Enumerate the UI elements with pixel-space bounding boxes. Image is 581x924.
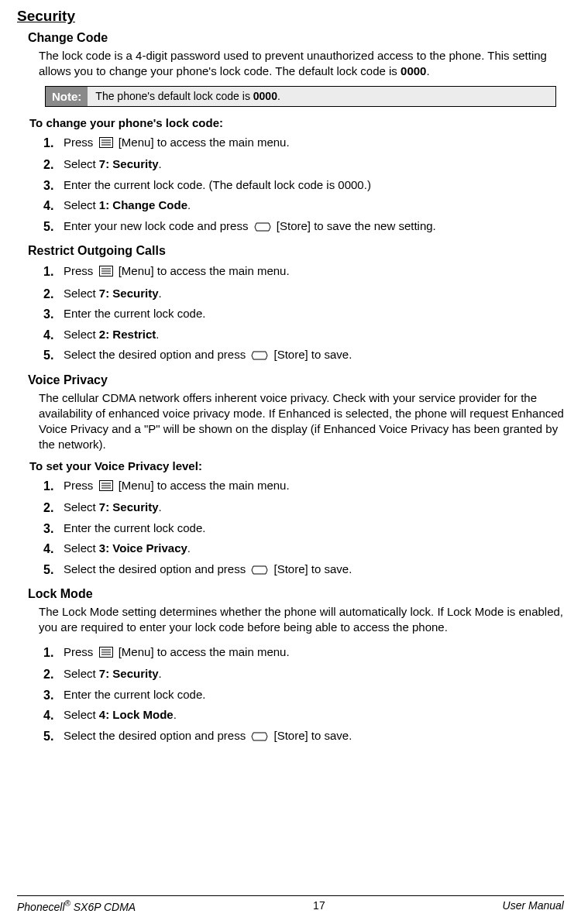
menu-icon bbox=[99, 264, 113, 282]
text-bold: 7: Security bbox=[99, 157, 159, 170]
step: Select 3: Voice Privacy. bbox=[43, 538, 564, 559]
text-bold: 2: Restrict bbox=[99, 328, 156, 341]
text: Select bbox=[64, 541, 99, 555]
heading-voice-privacy: Voice Privacy bbox=[28, 373, 564, 387]
step: Enter your new lock code and press [Stor… bbox=[43, 216, 564, 239]
step: Press [Menu] to access the main menu. bbox=[43, 642, 564, 665]
text: . bbox=[159, 157, 162, 170]
default-code: 0000 bbox=[401, 64, 426, 77]
voice-instr-head: To set your Voice Privacy level: bbox=[29, 459, 564, 472]
text: Select bbox=[64, 287, 99, 300]
change-code-intro: The lock code is a 4-digit password used… bbox=[39, 48, 564, 80]
change-code-instr-head: To change your phone's lock code: bbox=[29, 116, 564, 129]
step: Select 7: Security. bbox=[43, 154, 564, 175]
text: The lock code is a 4-digit password used… bbox=[39, 49, 547, 77]
heading-change-code: Change Code bbox=[28, 31, 564, 45]
page-number: 17 bbox=[313, 899, 325, 913]
text: . bbox=[426, 64, 429, 77]
text: Select the desired option and press bbox=[64, 562, 249, 575]
text: . bbox=[159, 500, 162, 514]
softkey-icon bbox=[251, 348, 268, 366]
step: Select 4: Lock Mode. bbox=[43, 705, 564, 726]
step: Select the desired option and press [Sto… bbox=[43, 345, 564, 367]
text-bold: 4: Lock Mode bbox=[99, 708, 174, 721]
text: Press bbox=[64, 264, 97, 277]
note-box: Note: The phone's default lock code is 0… bbox=[45, 86, 556, 107]
footer-right: User Manual bbox=[503, 899, 564, 913]
text: Select bbox=[64, 708, 99, 721]
step: Select 7: Security. bbox=[43, 283, 564, 304]
registered-mark: ® bbox=[65, 899, 70, 908]
text-bold: 0000 bbox=[253, 90, 277, 102]
text: [Menu] to access the main menu. bbox=[119, 136, 290, 149]
text: Enter your new lock code and press bbox=[64, 219, 252, 232]
step: Enter the current lock code. (The defaul… bbox=[43, 175, 564, 196]
text: . bbox=[159, 667, 162, 680]
softkey-icon bbox=[254, 219, 271, 237]
footer-left: Phonecell® SX6P CDMA bbox=[17, 899, 136, 913]
text: [Store] to save. bbox=[274, 562, 352, 575]
voice-steps: Press [Menu] to access the main menu. Se… bbox=[43, 476, 564, 582]
heading-lock-mode: Lock Mode bbox=[28, 587, 564, 601]
page-content: Security Change Code The lock code is a … bbox=[0, 0, 581, 747]
step: Select 1: Change Code. bbox=[43, 195, 564, 216]
text: Press bbox=[64, 479, 97, 492]
text-bold: 7: Security bbox=[99, 500, 159, 514]
step: Select 7: Security. bbox=[43, 497, 564, 518]
step: Press [Menu] to access the main menu. bbox=[43, 132, 564, 155]
note-body: The phone's default lock code is 0000. bbox=[88, 87, 555, 106]
text-bold: 7: Security bbox=[99, 667, 159, 680]
menu-icon bbox=[99, 136, 113, 153]
product-name: Phonecell bbox=[17, 901, 65, 913]
restrict-steps: Press [Menu] to access the main menu. Se… bbox=[43, 261, 564, 367]
step: Enter the current lock code. bbox=[43, 304, 564, 325]
text: . bbox=[277, 90, 280, 102]
note-label: Note: bbox=[46, 87, 88, 106]
text: . bbox=[187, 198, 191, 211]
text: [Menu] to access the main menu. bbox=[119, 645, 290, 658]
text: . bbox=[187, 541, 191, 555]
heading-restrict: Restrict Outgoing Calls bbox=[28, 244, 564, 258]
step: Select 2: Restrict. bbox=[43, 325, 564, 345]
text: Select bbox=[64, 500, 99, 514]
step: Select 7: Security. bbox=[43, 664, 564, 685]
text: Press bbox=[64, 645, 97, 658]
text: . bbox=[174, 708, 177, 721]
text: [Menu] to access the main menu. bbox=[119, 264, 290, 277]
lock-steps: Press [Menu] to access the main menu. Se… bbox=[43, 642, 564, 748]
softkey-icon bbox=[251, 729, 268, 747]
model: SX6P CDMA bbox=[70, 901, 136, 913]
lock-intro: The Lock Mode setting determines whether… bbox=[39, 604, 564, 636]
text: Select bbox=[64, 667, 99, 680]
text: Select bbox=[64, 328, 99, 341]
text-bold: 3: Voice Privacy bbox=[99, 541, 187, 555]
text: The phone's default lock code is bbox=[95, 90, 253, 102]
text: . bbox=[159, 287, 162, 300]
text: . bbox=[156, 328, 159, 341]
step: Press [Menu] to access the main menu. bbox=[43, 261, 564, 283]
menu-icon bbox=[99, 479, 113, 496]
text: [Menu] to access the main menu. bbox=[119, 479, 290, 492]
voice-intro: The cellular CDMA network offers inheren… bbox=[39, 390, 564, 453]
step: Select the desired option and press [Sto… bbox=[43, 726, 564, 748]
text: [Store] to save. bbox=[274, 729, 352, 742]
menu-icon bbox=[99, 645, 113, 663]
text: Press bbox=[64, 136, 97, 149]
text: Select the desired option and press bbox=[64, 348, 249, 361]
step: Press [Menu] to access the main menu. bbox=[43, 476, 564, 498]
page-footer: Phonecell® SX6P CDMA 17 User Manual bbox=[17, 895, 564, 913]
step: Select the desired option and press [Sto… bbox=[43, 559, 564, 582]
text: Select bbox=[64, 157, 99, 170]
softkey-icon bbox=[251, 562, 268, 580]
step: Enter the current lock code. bbox=[43, 685, 564, 706]
text: [Store] to save the new setting. bbox=[277, 219, 436, 232]
text: Select bbox=[64, 198, 99, 211]
text-bold: 1: Change Code bbox=[99, 198, 187, 211]
text: Select the desired option and press bbox=[64, 729, 249, 742]
text-bold: 7: Security bbox=[99, 287, 159, 300]
text: [Store] to save. bbox=[274, 348, 352, 361]
step: Enter the current lock code. bbox=[43, 518, 564, 539]
section-title: Security bbox=[17, 8, 564, 25]
change-code-steps: Press [Menu] to access the main menu. Se… bbox=[43, 132, 564, 239]
